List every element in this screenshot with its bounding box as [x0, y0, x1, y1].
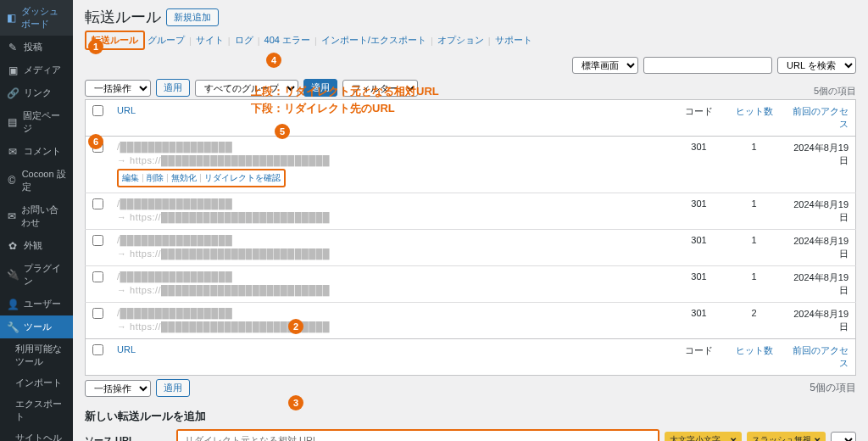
filter-select[interactable]: フィルター [342, 80, 418, 97]
sb-users[interactable]: 👤ユーザー [0, 293, 73, 315]
group-apply-button[interactable]: 適用 [303, 79, 337, 97]
cocoon-icon: © [7, 175, 17, 187]
row-checkbox[interactable] [92, 198, 103, 209]
close-icon[interactable]: ✕ [730, 436, 737, 442]
posts-icon: ✎ [7, 42, 19, 53]
col-hit[interactable]: ヒット数 [736, 106, 773, 116]
sb-sub-available[interactable]: 利用可能なツール [0, 338, 73, 372]
cell-hit: 1 [729, 193, 780, 230]
bulk-action-select[interactable]: 一括操作 [85, 80, 151, 97]
view-mode-select[interactable]: 標準画面 [572, 57, 638, 74]
sb-comments[interactable]: ✉コメント [0, 140, 73, 163]
badge-6: 6 [88, 134, 103, 149]
tag-case[interactable]: 大文字小文字...✕ [665, 432, 742, 441]
source-url-label: ソース URL [85, 434, 170, 442]
sb-plugins[interactable]: 🔌プラグイン [0, 257, 73, 293]
tag-slash[interactable]: スラッシュ無視✕ [747, 432, 826, 441]
source-url: /████████████████ [117, 142, 232, 152]
row-checkbox[interactable] [92, 271, 103, 282]
target-url: → https://████████████████████████ [117, 285, 663, 295]
sb-links[interactable]: 🔗リンク [0, 81, 73, 104]
col-hit-bottom[interactable]: ヒット数 [736, 345, 773, 355]
plugins-icon: 🔌 [7, 269, 19, 281]
users-icon: 👤 [7, 299, 19, 310]
admin-sidebar: ◧ダッシュボード ✎投稿 ▣メディア 🔗リンク ▤固定ページ ✉コメント ©Co… [0, 0, 73, 441]
tab-import-export[interactable]: インポート/エクスポート [321, 34, 426, 47]
cell-access: 2024年8月19日 [780, 230, 856, 266]
table-row: /████████████████→ https://█████████████… [86, 303, 856, 339]
page-title: 転送ルール [85, 7, 161, 27]
search-input[interactable] [643, 57, 772, 74]
sb-pages[interactable]: ▤固定ページ [0, 104, 73, 140]
cell-access: 2024年8月19日 [780, 193, 856, 230]
target-url: → https://████████████████████████ [117, 248, 663, 259]
badge-2: 2 [288, 319, 303, 334]
col-url[interactable]: URL [117, 105, 136, 115]
main-content: 転送ルール 新規追加 転送ルール グループ| サイト| ログ| 404 エラー|… [73, 0, 868, 441]
source-url-input[interactable] [178, 431, 658, 441]
tab-nav: 転送ルール グループ| サイト| ログ| 404 エラー| インポート/エクスポ… [85, 31, 856, 50]
tools-icon: 🔧 [7, 321, 19, 333]
sb-cocoon[interactable]: ©Cocoon 設定 [0, 163, 73, 198]
tab-log[interactable]: ログ [235, 34, 253, 47]
sb-appearance[interactable]: ✿外観 [0, 234, 73, 257]
col-code: コード [685, 106, 713, 116]
tab-site[interactable]: サイト [196, 34, 224, 47]
row-checkbox[interactable] [92, 308, 103, 319]
comments-icon: ✉ [7, 146, 19, 158]
tag-more-select[interactable] [831, 432, 856, 441]
tab-groups[interactable]: グループ [147, 34, 185, 47]
sb-dashboard[interactable]: ◧ダッシュボード [0, 0, 73, 36]
badge-3: 3 [288, 395, 303, 410]
sb-media[interactable]: ▣メディア [0, 59, 73, 81]
dashboard-icon: ◧ [7, 12, 16, 24]
sb-sub-export[interactable]: エクスポート [0, 394, 73, 427]
sb-posts[interactable]: ✎投稿 [0, 36, 73, 59]
row-checkbox[interactable] [92, 235, 103, 246]
target-url: → https://████████████████████████ [117, 321, 663, 332]
cell-code: 301 [670, 303, 729, 339]
sb-contact[interactable]: ✉お問い合わせ [0, 198, 73, 234]
bulk-apply-button-bottom[interactable]: 適用 [156, 379, 190, 397]
row-delete[interactable]: 削除 [147, 173, 164, 182]
appearance-icon: ✿ [7, 240, 19, 252]
add-rule-heading: 新しい転送ルールを追加 [85, 409, 856, 424]
contact-icon: ✉ [7, 210, 16, 222]
link-icon: 🔗 [7, 87, 19, 99]
target-url: → https://████████████████████████ [117, 212, 663, 222]
tab-404[interactable]: 404 エラー [264, 34, 310, 47]
row-check[interactable]: リダイレクトを確認 [204, 173, 281, 182]
redirects-table: URL コード ヒット数 前回のアクセス /████████████████ →… [85, 99, 856, 376]
tab-options[interactable]: オプション [437, 34, 484, 47]
table-row: /████████████████ → https://████████████… [86, 137, 856, 193]
col-access[interactable]: 前回のアクセス [793, 106, 849, 129]
row-actions: 編集 | 削除 | 無効化 | リダイレクトを確認 [117, 169, 286, 187]
badge-1: 1 [88, 39, 103, 54]
source-url: /████████████████ [117, 235, 232, 245]
cell-hit: 1 [729, 266, 780, 303]
row-disable[interactable]: 無効化 [171, 173, 197, 182]
row-edit[interactable]: 編集 [122, 173, 139, 182]
sb-tools[interactable]: 🔧ツール [0, 315, 73, 338]
group-filter-select[interactable]: すべてのグループ [195, 80, 298, 97]
bulk-action-select-bottom[interactable]: 一括操作 [85, 380, 151, 397]
select-all-checkbox[interactable] [92, 105, 103, 116]
cell-access: 2024年8月19日 [780, 303, 856, 339]
sb-sub-import[interactable]: インポート [0, 372, 73, 394]
tab-support[interactable]: サポート [495, 34, 532, 47]
target-url: → https://████████████████████████ [117, 155, 663, 165]
source-url-box [176, 429, 659, 441]
new-rule-button[interactable]: 新規追加 [166, 8, 219, 26]
close-icon[interactable]: ✕ [814, 436, 821, 442]
cell-hit: 2 [729, 303, 780, 339]
table-row: /████████████████→ https://█████████████… [86, 193, 856, 230]
bulk-apply-button[interactable]: 適用 [156, 79, 190, 97]
col-url-bottom[interactable]: URL [117, 344, 136, 354]
select-all-checkbox-bottom[interactable] [92, 344, 103, 355]
source-url: /████████████████ [117, 198, 232, 209]
table-row: /████████████████→ https://█████████████… [86, 230, 856, 266]
col-access-bottom[interactable]: 前回のアクセス [793, 345, 849, 368]
search-type-select[interactable]: URL を検索 [777, 57, 856, 74]
cell-code: 301 [670, 137, 729, 193]
sb-sub-health[interactable]: サイトヘルス [0, 427, 73, 441]
